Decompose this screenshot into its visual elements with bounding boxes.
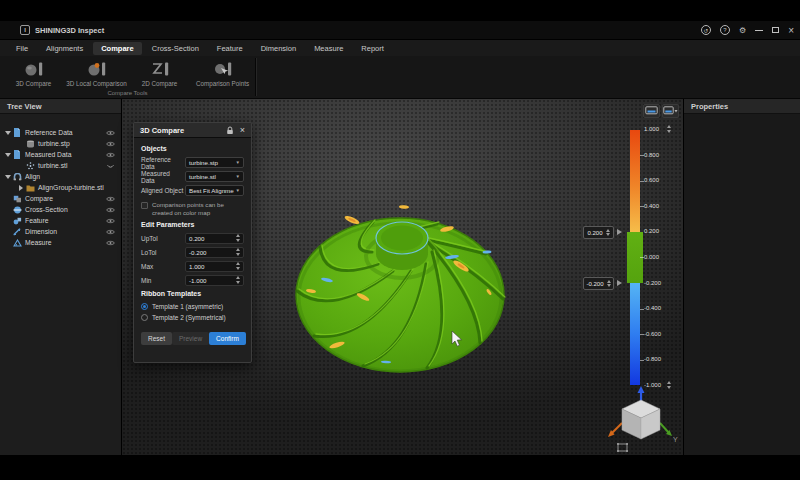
tree-item-measure[interactable]: Measure bbox=[0, 237, 121, 248]
display-options-icon bbox=[663, 106, 678, 116]
viewport-frame-icon[interactable] bbox=[617, 443, 628, 452]
colorbar-tick: 0.000 bbox=[644, 254, 674, 260]
tree-item-feature[interactable]: Feature bbox=[0, 215, 121, 226]
minimize-button[interactable] bbox=[755, 30, 763, 31]
tree-item-dimension[interactable]: Dimension bbox=[0, 226, 121, 237]
close-button[interactable]: × bbox=[788, 25, 794, 36]
edit-parameters-section-title: Edit Parameters bbox=[141, 221, 244, 228]
turbine-model[interactable] bbox=[285, 195, 525, 380]
menu-report[interactable]: Report bbox=[353, 42, 392, 55]
display-icon bbox=[645, 106, 658, 116]
visibility-eye-icon[interactable] bbox=[106, 141, 115, 147]
tree-item-measured-data[interactable]: Measured Data bbox=[0, 149, 121, 160]
menubar: File Alignments Compare Cross-Section Fe… bbox=[0, 40, 800, 56]
tree-item-turbine-stp[interactable]: turbine.stp bbox=[0, 138, 121, 149]
menu-file[interactable]: File bbox=[8, 42, 36, 55]
visibility-eye-icon[interactable] bbox=[106, 218, 115, 224]
ribbon-group-label: Compare Tools bbox=[0, 90, 255, 96]
uptol-stepper[interactable] bbox=[236, 234, 240, 242]
radio-unselected-icon[interactable] bbox=[141, 314, 148, 321]
uptol-input[interactable]: 0.200 bbox=[185, 233, 244, 244]
3d-compare-dialog: 3D Compare × Objects Reference Data turb… bbox=[133, 122, 252, 363]
radio-selected-icon[interactable] bbox=[141, 303, 148, 310]
menu-dimension[interactable]: Dimension bbox=[253, 42, 304, 55]
colorbar-tick: 0.400 bbox=[644, 203, 674, 209]
chevron-down-icon: ▼ bbox=[236, 160, 240, 165]
visibility-eye-icon[interactable] bbox=[106, 240, 115, 246]
ribbon-comparison-points-button[interactable]: Comparison Points bbox=[191, 59, 254, 87]
lower-tolerance-input[interactable]: -0.200 bbox=[583, 277, 614, 290]
caret-down-icon[interactable] bbox=[4, 175, 12, 179]
visibility-eye-icon[interactable] bbox=[106, 229, 115, 235]
menu-feature[interactable]: Feature bbox=[209, 42, 251, 55]
feedback-icon[interactable]: ↺ bbox=[701, 25, 711, 35]
max-stepper[interactable] bbox=[236, 262, 240, 270]
caret-down-icon[interactable] bbox=[4, 131, 12, 135]
colorbar-tick: -0.600 bbox=[644, 331, 674, 337]
visibility-eye-icon[interactable] bbox=[106, 130, 115, 136]
max-input[interactable]: 1.000 bbox=[185, 261, 244, 272]
menu-measure[interactable]: Measure bbox=[306, 42, 351, 55]
pin-lock-icon[interactable] bbox=[226, 121, 234, 139]
hidden-eye-icon[interactable] bbox=[106, 163, 115, 169]
tree-item-turbine-stl[interactable]: turbine.stl bbox=[0, 160, 121, 171]
chevron-down-icon: ▼ bbox=[236, 174, 240, 179]
colorbar-positive-segment[interactable] bbox=[630, 130, 640, 232]
menu-alignments[interactable]: Alignments bbox=[38, 42, 91, 55]
caret-down-icon[interactable] bbox=[4, 153, 12, 157]
visibility-eye-icon[interactable] bbox=[106, 207, 115, 213]
file-icon bbox=[12, 128, 22, 137]
lower-tolerance-stepper[interactable] bbox=[607, 280, 611, 288]
tree-item-aligngroup[interactable]: AlignGroup-turbine.stl bbox=[0, 182, 121, 193]
tree-item-reference-data[interactable]: Reference Data bbox=[0, 127, 121, 138]
upper-tolerance-input[interactable]: 0.200 bbox=[583, 226, 614, 239]
comparison-points-checkbox[interactable] bbox=[141, 202, 148, 209]
axis-y-label: Y bbox=[673, 436, 678, 443]
colorbar-negative-segment[interactable] bbox=[630, 283, 640, 385]
cross-section-icon bbox=[12, 206, 22, 214]
lower-tolerance-marker-icon bbox=[617, 280, 622, 286]
min-input[interactable]: -1.000 bbox=[185, 275, 244, 286]
visibility-eye-icon[interactable] bbox=[106, 152, 115, 158]
lotol-stepper[interactable] bbox=[236, 248, 240, 256]
maximize-button[interactable] bbox=[772, 27, 779, 33]
comparison-points-icon bbox=[213, 59, 233, 79]
colorbar-display-button[interactable] bbox=[643, 104, 660, 118]
ribbon-3d-local-comparison-button[interactable]: 3D Local Comparison bbox=[65, 59, 128, 87]
ribbon-2d-compare-button[interactable]: 2D Compare bbox=[128, 59, 191, 87]
tree-item-align[interactable]: Align bbox=[0, 171, 121, 182]
settings-gear-icon[interactable]: ⚙ bbox=[739, 26, 746, 35]
reference-data-select[interactable]: turbine.stp ▼ bbox=[185, 157, 244, 168]
3d-compare-icon bbox=[24, 59, 44, 79]
min-stepper[interactable] bbox=[236, 276, 240, 284]
lotol-input[interactable]: -0.200 bbox=[185, 247, 244, 258]
tree-item-compare[interactable]: Compare bbox=[0, 193, 121, 204]
upper-tolerance-stepper[interactable] bbox=[606, 229, 610, 237]
colorbar-tick: -0.800 bbox=[644, 356, 674, 362]
measured-data-select[interactable]: turbine.stl ▼ bbox=[185, 171, 244, 182]
visibility-eye-icon[interactable] bbox=[106, 196, 115, 202]
template-2-radio[interactable]: Template 2 (Symmetrical) bbox=[141, 312, 244, 323]
colorbar-options-button[interactable] bbox=[662, 104, 679, 118]
dialog-close-icon[interactable]: × bbox=[240, 126, 245, 135]
chevron-down-icon: ▼ bbox=[236, 188, 240, 193]
ribbon-templates-section-title: Ribbon Templates bbox=[141, 290, 244, 297]
tree-item-cross-section[interactable]: Cross-Section bbox=[0, 204, 121, 215]
ribbon-divider bbox=[255, 58, 256, 96]
view-orientation-cube[interactable]: Y bbox=[605, 385, 683, 455]
colorbar-tick: -0.400 bbox=[644, 305, 674, 311]
colorbar-max-stepper[interactable] bbox=[667, 125, 671, 133]
template-1-radio[interactable]: Template 1 (asymmetric) bbox=[141, 301, 244, 312]
menu-cross-section[interactable]: Cross-Section bbox=[144, 42, 207, 55]
aligned-object-select[interactable]: Best Fit Alignme ▼ bbox=[185, 185, 244, 196]
confirm-button[interactable]: Confirm bbox=[209, 332, 246, 345]
help-icon[interactable]: ? bbox=[720, 25, 730, 35]
colorbar-tick: 0.200 bbox=[644, 228, 674, 234]
preview-button[interactable]: Preview bbox=[172, 332, 209, 345]
reset-button[interactable]: Reset bbox=[141, 332, 172, 345]
caret-right-icon[interactable] bbox=[17, 185, 25, 191]
ribbon-3d-compare-button[interactable]: 3D Compare bbox=[2, 59, 65, 87]
dialog-header[interactable]: 3D Compare × bbox=[134, 123, 251, 138]
2d-compare-icon bbox=[150, 59, 170, 79]
menu-compare[interactable]: Compare bbox=[93, 42, 142, 55]
